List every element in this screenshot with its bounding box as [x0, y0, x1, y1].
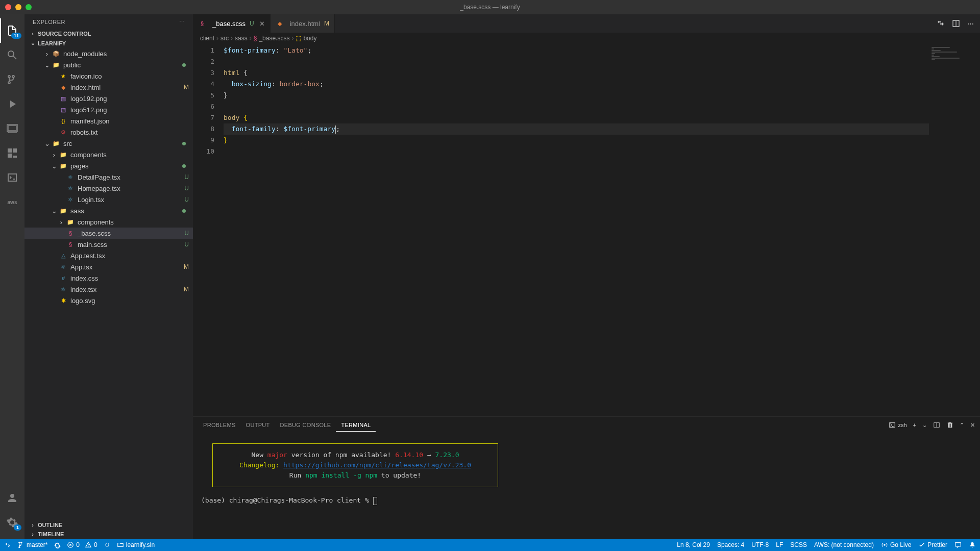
- prettier-status[interactable]: Prettier: [918, 541, 947, 548]
- folder-item[interactable]: ⌄📁src: [24, 138, 193, 149]
- git-status: U: [184, 185, 189, 192]
- settings-badge: 1: [14, 524, 21, 531]
- file-item[interactable]: #index.css: [24, 272, 193, 284]
- editor-tab[interactable]: §_base.scssU✕: [193, 14, 271, 33]
- activity-settings[interactable]: 1: [0, 510, 24, 535]
- sidebar: EXPLORER ⋯ › SOURCE CONTROL ⌄ LEARNIFY ›…: [24, 14, 193, 539]
- tab-git-status: U: [250, 20, 254, 27]
- file-item[interactable]: {}manifest.json: [24, 115, 193, 127]
- bell-icon[interactable]: [969, 541, 976, 548]
- new-terminal-icon[interactable]: +: [913, 422, 916, 428]
- window-maximize-button[interactable]: [26, 4, 32, 10]
- more-actions-icon[interactable]: ⋯: [967, 20, 974, 28]
- folder-item[interactable]: ›📁components: [24, 149, 193, 160]
- panel-tab-output[interactable]: OUTPUT: [241, 419, 275, 431]
- terminal-dropdown-icon[interactable]: ⌄: [922, 422, 927, 429]
- file-item[interactable]: ⚛DetailPage.tsxU: [24, 171, 193, 183]
- file-item[interactable]: ▧logo192.png: [24, 93, 193, 104]
- breadcrumb[interactable]: client›src›sass›§ _base.scss›⬚ body: [193, 33, 980, 44]
- terminal-shell-select[interactable]: zsh: [889, 421, 906, 429]
- activity-accounts[interactable]: [0, 486, 24, 510]
- remote-indicator[interactable]: [4, 541, 11, 548]
- activity-remote[interactable]: [0, 116, 24, 141]
- panel-tab-problems[interactable]: PROBLEMS: [198, 419, 241, 431]
- code-line[interactable]: }: [224, 90, 929, 101]
- section-source-control[interactable]: › SOURCE CONTROL: [24, 29, 193, 38]
- solution-file[interactable]: learnify.sln: [117, 541, 155, 548]
- panel-tab-debug[interactable]: DEBUG CONSOLE: [275, 419, 336, 431]
- go-live[interactable]: Go Live: [881, 541, 911, 548]
- activity-search[interactable]: [0, 43, 24, 67]
- folder-item[interactable]: ⌄📁sass: [24, 205, 193, 216]
- editor-tabs: §_base.scssU✕◆index.htmlM ⋯: [193, 14, 980, 33]
- trash-icon[interactable]: [946, 421, 953, 429]
- breadcrumb-item[interactable]: § _base.scss: [254, 35, 290, 42]
- more-icon[interactable]: ⋯: [179, 18, 185, 25]
- file-item[interactable]: ⚛Homepage.tsxU: [24, 183, 193, 194]
- editor-tab[interactable]: ◆index.htmlM: [271, 14, 335, 33]
- activity-source-control[interactable]: [0, 67, 24, 92]
- section-timeline[interactable]: › TIMELINE: [24, 530, 193, 539]
- code-line[interactable]: [224, 146, 929, 157]
- close-tab-icon[interactable]: ✕: [259, 20, 265, 28]
- panel-tab-terminal[interactable]: TERMINAL: [336, 419, 376, 432]
- breadcrumb-item[interactable]: ⬚ body: [296, 35, 316, 42]
- file-icon: 📦: [52, 49, 60, 58]
- code-line[interactable]: html {: [224, 67, 929, 79]
- activity-extensions[interactable]: [0, 141, 24, 165]
- file-item[interactable]: ◆index.htmlM: [24, 82, 193, 93]
- language-mode[interactable]: SCSS: [790, 541, 807, 548]
- code-line[interactable]: font-family: $font-primary;: [224, 123, 929, 135]
- activity-terminal[interactable]: [0, 165, 24, 190]
- file-item[interactable]: ⚛Login.tsxU: [24, 194, 193, 205]
- file-item[interactable]: ▧logo512.png: [24, 104, 193, 115]
- window-close-button[interactable]: [5, 4, 11, 10]
- terminal-output[interactable]: New major version of npm available! 6.14…: [193, 433, 980, 539]
- close-panel-icon[interactable]: ✕: [970, 422, 975, 429]
- activity-run-debug[interactable]: [0, 92, 24, 116]
- flame-indicator[interactable]: [104, 541, 111, 548]
- code-line[interactable]: [224, 101, 929, 112]
- file-item[interactable]: §_base.scssU: [24, 228, 193, 239]
- breadcrumb-item[interactable]: sass: [235, 35, 248, 42]
- folder-item[interactable]: ›📁components: [24, 216, 193, 228]
- file-item[interactable]: ⚛index.tsxM: [24, 284, 193, 295]
- split-terminal-icon[interactable]: [933, 421, 940, 429]
- file-item[interactable]: ⚙robots.txt: [24, 127, 193, 138]
- compare-icon[interactable]: [937, 19, 945, 28]
- file-item[interactable]: △App.test.tsx: [24, 250, 193, 261]
- breadcrumb-item[interactable]: client: [200, 35, 214, 42]
- git-branch[interactable]: master*: [17, 541, 47, 548]
- section-outline[interactable]: › OUTLINE: [24, 520, 193, 530]
- split-editor-icon[interactable]: [952, 19, 960, 28]
- minimap[interactable]: [929, 44, 980, 416]
- code-line[interactable]: $font-primary: "Lato";: [224, 45, 929, 56]
- feedback-icon[interactable]: [954, 541, 962, 548]
- file-item[interactable]: ★favicon.ico: [24, 70, 193, 82]
- code-editor[interactable]: 12345678910 $font-primary: "Lato";html {…: [193, 44, 980, 416]
- sync-button[interactable]: [54, 541, 61, 548]
- eol[interactable]: LF: [776, 541, 783, 548]
- file-item[interactable]: ⚛App.tsxM: [24, 261, 193, 272]
- file-item[interactable]: §main.scssU: [24, 239, 193, 250]
- code-line[interactable]: box-sizing: border-box;: [224, 79, 929, 90]
- code-line[interactable]: [224, 56, 929, 67]
- indentation[interactable]: Spaces: 4: [717, 541, 744, 548]
- window-minimize-button[interactable]: [15, 4, 21, 10]
- folder-item[interactable]: ⌄📁public: [24, 59, 193, 70]
- problems-count[interactable]: 0 0: [67, 541, 97, 548]
- file-item[interactable]: ✱logo.svg: [24, 295, 193, 306]
- encoding[interactable]: UTF-8: [751, 541, 769, 548]
- bottom-panel: PROBLEMS OUTPUT DEBUG CONSOLE TERMINAL z…: [193, 416, 980, 539]
- activity-aws[interactable]: aws: [0, 190, 24, 214]
- code-line[interactable]: body {: [224, 112, 929, 123]
- aws-status[interactable]: AWS: (not connected): [814, 541, 874, 548]
- section-project[interactable]: ⌄ LEARNIFY: [24, 38, 193, 48]
- breadcrumb-item[interactable]: src: [220, 35, 229, 42]
- folder-item[interactable]: ⌄📁pages: [24, 160, 193, 171]
- code-line[interactable]: }: [224, 135, 929, 146]
- folder-item[interactable]: ›📦node_modules: [24, 48, 193, 59]
- cursor-position[interactable]: Ln 8, Col 29: [677, 541, 710, 548]
- maximize-panel-icon[interactable]: ⌃: [960, 422, 964, 429]
- activity-explorer[interactable]: 11: [0, 18, 24, 43]
